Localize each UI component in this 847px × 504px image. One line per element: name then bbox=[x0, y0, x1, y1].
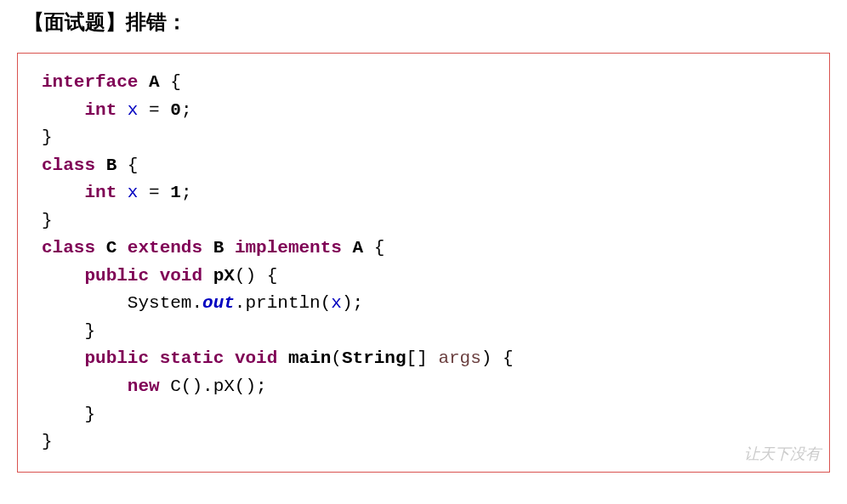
arg: x bbox=[331, 293, 342, 313]
space bbox=[224, 238, 235, 258]
keyword: public bbox=[84, 266, 149, 286]
semi: ; bbox=[181, 183, 192, 202]
class-name: C bbox=[106, 238, 117, 258]
close: ); bbox=[342, 293, 363, 313]
code-line: } bbox=[42, 124, 805, 152]
brace: { bbox=[363, 238, 384, 258]
brace: } bbox=[42, 432, 53, 451]
indent bbox=[42, 377, 128, 396]
brace: } bbox=[84, 321, 95, 341]
brace: } bbox=[42, 211, 53, 230]
space bbox=[117, 238, 128, 258]
indent bbox=[42, 405, 84, 424]
indent bbox=[42, 321, 84, 341]
class-name: A bbox=[353, 238, 364, 258]
keyword: interface bbox=[42, 72, 138, 92]
space bbox=[202, 238, 213, 258]
indent bbox=[42, 348, 84, 368]
paren: () { bbox=[235, 266, 277, 286]
code-line: } bbox=[42, 318, 805, 346]
method-name: main bbox=[288, 348, 331, 368]
space bbox=[95, 156, 106, 175]
code-line: interface A { bbox=[42, 69, 805, 97]
brace: { bbox=[117, 156, 138, 175]
keyword: void bbox=[160, 266, 202, 286]
op: = bbox=[138, 183, 170, 202]
method-name: pX bbox=[213, 266, 235, 286]
paren: ( bbox=[331, 348, 342, 368]
class-name: A bbox=[149, 72, 160, 92]
keyword: class bbox=[42, 238, 95, 258]
space bbox=[277, 348, 288, 368]
indent bbox=[42, 100, 84, 120]
sys: System. bbox=[128, 293, 202, 313]
space bbox=[202, 266, 213, 286]
code-line: class C extends B implements A { bbox=[42, 235, 805, 263]
number: 1 bbox=[170, 183, 181, 202]
code-line: System.out.println(x); bbox=[42, 290, 805, 318]
keyword: void bbox=[235, 348, 277, 368]
indent bbox=[42, 293, 128, 313]
page-title: 【面试题】排错： bbox=[17, 8, 830, 36]
out-field: out bbox=[202, 293, 235, 313]
paren: ) { bbox=[481, 348, 514, 368]
indent bbox=[42, 183, 84, 202]
keyword: implements bbox=[235, 238, 342, 258]
brace: } bbox=[84, 405, 95, 424]
space bbox=[149, 348, 160, 368]
keyword: int bbox=[84, 100, 117, 120]
code-block: interface A { int x = 0; } class B { int… bbox=[17, 53, 830, 473]
arr: [] bbox=[406, 348, 439, 368]
class-name: B bbox=[106, 156, 117, 175]
text: C().pX(); bbox=[160, 377, 267, 396]
param: args bbox=[438, 348, 480, 368]
dot: . bbox=[235, 293, 246, 313]
code-line: new C().pX(); bbox=[42, 373, 805, 401]
keyword: new bbox=[128, 377, 160, 396]
space bbox=[117, 100, 128, 120]
space bbox=[224, 348, 235, 368]
space bbox=[95, 238, 106, 258]
number: 0 bbox=[170, 100, 181, 120]
type: String bbox=[342, 348, 406, 368]
op: = bbox=[138, 100, 170, 120]
code-line: public void pX() { bbox=[42, 263, 805, 291]
code-line: class B { bbox=[42, 152, 805, 180]
var-name: x bbox=[128, 100, 139, 120]
var-name: x bbox=[128, 183, 139, 202]
code-line: } bbox=[42, 401, 805, 429]
keyword: static bbox=[160, 348, 225, 368]
code-line: } bbox=[42, 207, 805, 235]
code-line: } bbox=[42, 428, 805, 456]
keyword: extends bbox=[128, 238, 202, 258]
space bbox=[117, 183, 128, 202]
class-name: B bbox=[213, 238, 225, 258]
semi: ; bbox=[181, 100, 192, 120]
space bbox=[149, 266, 160, 286]
keyword: int bbox=[84, 183, 117, 202]
watermark-text: 让天下没有 bbox=[744, 443, 821, 467]
keyword: public bbox=[84, 348, 149, 368]
println: println( bbox=[245, 293, 331, 313]
keyword: class bbox=[42, 156, 95, 175]
indent bbox=[42, 266, 84, 286]
code-line: int x = 1; bbox=[42, 179, 805, 207]
brace: } bbox=[42, 127, 53, 147]
code-line: int x = 0; bbox=[42, 97, 805, 125]
space bbox=[138, 72, 149, 92]
brace: { bbox=[160, 72, 181, 92]
space bbox=[342, 238, 353, 258]
code-line: public static void main(String[] args) { bbox=[42, 345, 805, 373]
